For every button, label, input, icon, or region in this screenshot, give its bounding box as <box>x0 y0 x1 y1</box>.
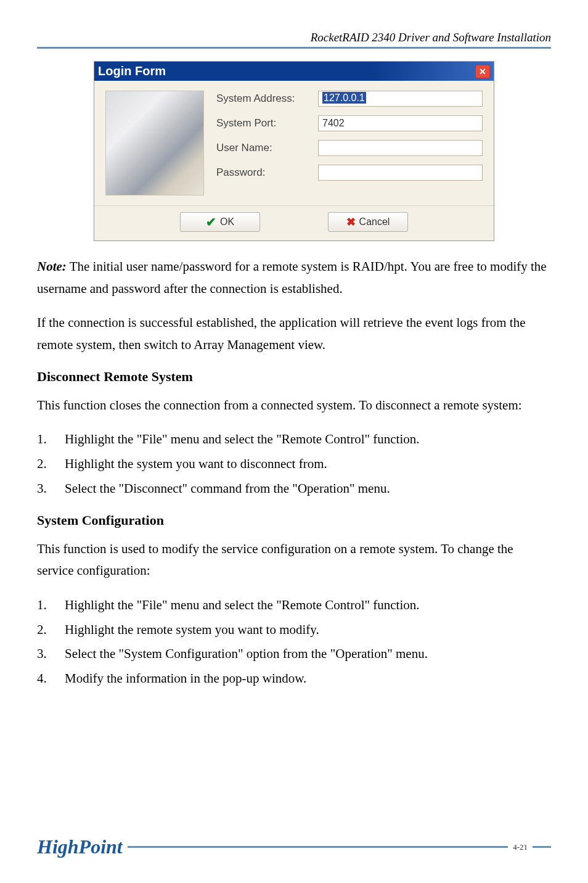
list-text: Highlight the remote system you want to … <box>65 619 319 641</box>
header-rule <box>37 47 551 49</box>
field-row-password: Password: <box>216 165 483 181</box>
password-input[interactable] <box>318 165 483 181</box>
list-number: 1. <box>37 429 65 451</box>
note-text: The initial user name/password for a rem… <box>37 259 547 296</box>
cancel-button-label: Cancel <box>359 216 390 228</box>
check-icon: ✔ <box>206 215 216 229</box>
ok-button[interactable]: ✔ OK <box>180 212 260 232</box>
list-item: 2.Highlight the system you want to disco… <box>37 453 551 475</box>
button-row: ✔ OK ✖ Cancel <box>94 206 494 240</box>
close-icon: ✕ <box>479 67 486 76</box>
fields-container: System Address: 127.0.0.1 System Port: U… <box>216 91 483 195</box>
footer-rule <box>128 846 508 848</box>
page-header: RocketRAID 2340 Driver and Software Inst… <box>37 31 551 44</box>
page-number: 4-21 <box>513 842 528 852</box>
list-number: 2. <box>37 453 65 475</box>
system-port-input[interactable] <box>318 115 483 131</box>
list-item: 1.Highlight the "File" menu and select t… <box>37 594 551 617</box>
list-text: Highlight the system you want to disconn… <box>65 453 327 475</box>
system-address-label: System Address: <box>216 92 318 105</box>
disconnect-heading: Disconnect Remote System <box>37 369 551 385</box>
sysconf-steps-list: 1.Highlight the "File" menu and select t… <box>37 594 551 690</box>
login-form-window: Login Form ✕ System Address: 127.0.0.1 S… <box>94 61 494 241</box>
paragraph-4: This function is used to modify the serv… <box>37 538 551 582</box>
window-title: Login Form <box>98 64 166 78</box>
disconnect-steps-list: 1.Highlight the "File" menu and select t… <box>37 429 551 499</box>
list-number: 3. <box>37 478 65 500</box>
field-row-system-address: System Address: 127.0.0.1 <box>216 91 483 107</box>
note-prefix: Note: <box>37 259 67 274</box>
field-row-user-name: User Name: <box>216 140 483 156</box>
paragraph-2: If the connection is successful establis… <box>37 312 551 356</box>
list-number: 1. <box>37 594 65 617</box>
system-address-input[interactable]: 127.0.0.1 <box>318 91 483 107</box>
cancel-button[interactable]: ✖ Cancel <box>328 212 408 232</box>
footer-endbar <box>533 846 551 848</box>
system-address-value: 127.0.0.1 <box>322 92 366 104</box>
list-number: 2. <box>37 619 65 641</box>
list-number: 3. <box>37 643 65 665</box>
list-number: 4. <box>37 668 65 690</box>
footer-logo: HighPoint <box>37 836 123 858</box>
list-item: 3.Select the "Disconnect" command from t… <box>37 478 551 500</box>
sysconf-heading: System Configuration <box>37 512 551 528</box>
user-name-input[interactable] <box>318 140 483 156</box>
list-text: Highlight the "File" menu and select the… <box>65 594 420 617</box>
field-row-system-port: System Port: <box>216 115 483 131</box>
list-text: Select the "Disconnect" command from the… <box>65 478 390 500</box>
list-item: 4.Modify the information in the pop-up w… <box>37 668 551 690</box>
close-button[interactable]: ✕ <box>475 65 490 78</box>
form-body: System Address: 127.0.0.1 System Port: U… <box>94 81 494 206</box>
list-text: Select the "System Configuration" option… <box>65 643 428 665</box>
decorative-image <box>105 91 204 195</box>
list-item: 1.Highlight the "File" menu and select t… <box>37 429 551 451</box>
list-text: Modify the information in the pop-up win… <box>65 668 306 690</box>
ok-button-label: OK <box>220 216 234 228</box>
cancel-icon: ✖ <box>346 215 356 229</box>
list-item: 2.Highlight the remote system you want t… <box>37 619 551 641</box>
paragraph-3: This function closes the connection from… <box>37 395 551 417</box>
note-paragraph: Note: The initial user name/password for… <box>37 256 551 300</box>
list-text: Highlight the "File" menu and select the… <box>65 429 420 451</box>
system-port-label: System Port: <box>216 117 318 129</box>
user-name-label: User Name: <box>216 142 318 154</box>
footer: HighPoint 4-21 <box>37 836 551 858</box>
list-item: 3.Select the "System Configuration" opti… <box>37 643 551 665</box>
password-label: Password: <box>216 166 318 179</box>
titlebar: Login Form ✕ <box>94 62 494 81</box>
